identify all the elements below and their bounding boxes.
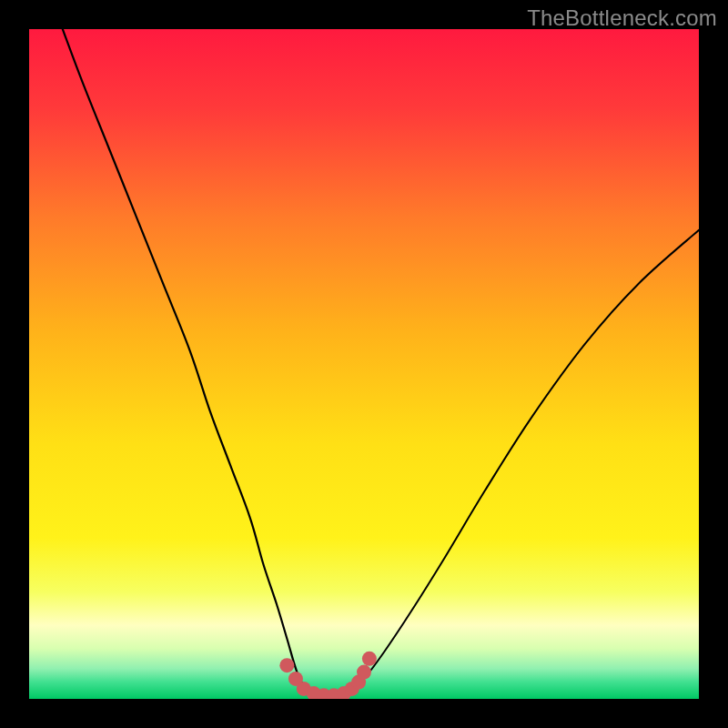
watermark-text: TheBottleneck.com (527, 5, 717, 31)
valley-dot (279, 658, 294, 672)
valley-dot (362, 652, 377, 666)
gradient-rect (29, 29, 699, 699)
valley-dot (357, 665, 371, 680)
plot-area (29, 29, 699, 699)
chart-frame: TheBottleneck.com (0, 0, 728, 728)
chart-svg (29, 29, 699, 699)
